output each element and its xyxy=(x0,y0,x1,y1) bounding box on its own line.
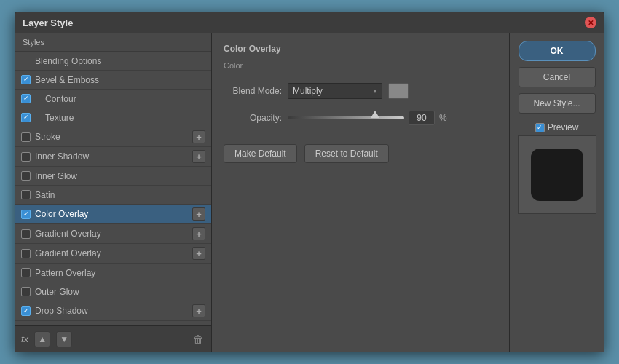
fx-label: fx xyxy=(21,333,28,344)
preview-checkbox[interactable] xyxy=(535,123,545,132)
sidebar-item-inner-glow[interactable]: Inner Glow xyxy=(15,167,211,186)
blend-mode-row: Blend Mode: Multiply Normal Screen Overl… xyxy=(224,83,497,99)
label-inner-shadow: Inner Shadow xyxy=(35,151,192,162)
add-btn-drop-shadow[interactable]: + xyxy=(192,304,205,317)
sidebar-item-pattern-overlay[interactable]: Pattern Overlay xyxy=(15,264,211,282)
label-bevel-emboss: Bevel & Emboss xyxy=(35,75,205,85)
checkbox-inner-glow[interactable] xyxy=(21,171,31,181)
left-panel: Styles Blending OptionsBevel & EmbossCon… xyxy=(15,33,212,352)
styles-list: Blending OptionsBevel & EmbossContourTex… xyxy=(15,52,211,325)
checkbox-color-overlay[interactable] xyxy=(21,210,31,219)
center-buttons: Make Default Reset to Default xyxy=(224,144,497,163)
make-default-button[interactable]: Make Default xyxy=(224,144,297,163)
opacity-unit: % xyxy=(439,113,447,123)
checkbox-outer-glow[interactable] xyxy=(21,287,31,296)
label-inner-glow: Inner Glow xyxy=(35,171,205,181)
label-gradient-overlay-1: Gradient Overlay xyxy=(35,229,192,239)
add-btn-inner-shadow[interactable]: + xyxy=(192,150,205,163)
label-stroke: Stroke xyxy=(35,132,192,142)
title-bar: Layer Style ✕ xyxy=(15,12,604,33)
opacity-row: Opacity: % xyxy=(224,111,497,125)
move-up-button[interactable]: ▲ xyxy=(34,331,50,347)
ok-button[interactable]: OK xyxy=(519,41,596,61)
checkbox-pattern-overlay[interactable] xyxy=(21,268,31,277)
opacity-input[interactable] xyxy=(409,111,435,125)
blend-mode-select[interactable]: Multiply Normal Screen Overlay xyxy=(288,83,382,99)
right-panel: OK Cancel New Style... Preview xyxy=(509,33,604,352)
preview-section: Preview xyxy=(518,122,596,214)
new-style-button[interactable]: New Style... xyxy=(519,93,596,114)
label-texture: Texture xyxy=(35,113,205,123)
color-swatch[interactable] xyxy=(388,83,409,99)
checkbox-gradient-overlay-2[interactable] xyxy=(21,249,31,258)
checkbox-satin[interactable] xyxy=(21,190,31,199)
blend-mode-label: Blend Mode: xyxy=(224,86,282,96)
layer-style-dialog: Layer Style ✕ Styles Blending OptionsBev… xyxy=(15,12,604,352)
section-subtitle: Color xyxy=(224,61,497,70)
checkbox-inner-shadow[interactable] xyxy=(21,152,31,162)
center-panel: Color Overlay Color Blend Mode: Multiply… xyxy=(212,33,509,352)
add-btn-color-overlay[interactable]: + xyxy=(192,207,205,221)
sidebar-item-inner-shadow[interactable]: Inner Shadow+ xyxy=(15,147,211,167)
label-satin: Satin xyxy=(35,190,205,200)
preview-canvas xyxy=(518,135,596,214)
opacity-slider-container: % xyxy=(288,111,497,125)
preview-label-row: Preview xyxy=(535,122,579,132)
sidebar-item-gradient-overlay-2[interactable]: Gradient Overlay+ xyxy=(15,244,211,264)
sidebar-item-contour[interactable]: Contour xyxy=(15,90,211,108)
preview-label: Preview xyxy=(548,122,579,132)
sidebar-item-blending-options[interactable]: Blending Options xyxy=(15,52,211,71)
checkbox-bevel-emboss[interactable] xyxy=(21,75,31,84)
dialog-body: Styles Blending OptionsBevel & EmbossCon… xyxy=(15,33,604,352)
delete-button[interactable]: 🗑 xyxy=(191,332,205,347)
sidebar-item-bevel-emboss[interactable]: Bevel & Emboss xyxy=(15,71,211,90)
left-footer: fx ▲ ▼ 🗑 xyxy=(15,325,211,352)
sidebar-item-drop-shadow[interactable]: Drop Shadow+ xyxy=(15,301,211,321)
blend-mode-select-wrapper: Multiply Normal Screen Overlay xyxy=(288,83,382,99)
section-title: Color Overlay xyxy=(224,44,497,54)
styles-header: Styles xyxy=(15,33,211,52)
label-pattern-overlay: Pattern Overlay xyxy=(35,268,205,278)
add-btn-gradient-overlay-1[interactable]: + xyxy=(192,227,205,240)
sidebar-item-texture[interactable]: Texture xyxy=(15,108,211,127)
checkbox-texture[interactable] xyxy=(21,113,31,122)
sidebar-item-stroke[interactable]: Stroke+ xyxy=(15,127,211,147)
dialog-title: Layer Style xyxy=(23,17,73,28)
add-btn-stroke[interactable]: + xyxy=(192,130,205,143)
label-color-overlay: Color Overlay xyxy=(35,209,192,219)
sidebar-item-gradient-overlay-1[interactable]: Gradient Overlay+ xyxy=(15,224,211,244)
sidebar-item-satin[interactable]: Satin xyxy=(15,186,211,205)
opacity-slider-track[interactable] xyxy=(288,116,404,119)
close-button[interactable]: ✕ xyxy=(585,17,596,28)
checkbox-contour[interactable] xyxy=(21,94,31,103)
add-btn-gradient-overlay-2[interactable]: + xyxy=(192,247,205,260)
move-down-button[interactable]: ▼ xyxy=(56,331,72,347)
sidebar-item-outer-glow[interactable]: Outer Glow xyxy=(15,282,211,301)
label-contour: Contour xyxy=(35,94,205,104)
checkbox-gradient-overlay-1[interactable] xyxy=(21,229,31,239)
checkbox-drop-shadow[interactable] xyxy=(21,306,31,316)
label-gradient-overlay-2: Gradient Overlay xyxy=(35,248,192,258)
preview-inner-shape xyxy=(531,149,583,201)
cancel-button[interactable]: Cancel xyxy=(519,67,596,87)
sidebar-item-color-overlay[interactable]: Color Overlay+ xyxy=(15,205,211,224)
checkbox-stroke[interactable] xyxy=(21,132,31,142)
reset-default-button[interactable]: Reset to Default xyxy=(304,144,389,163)
label-drop-shadow: Drop Shadow xyxy=(35,306,192,316)
label-blending-options: Blending Options xyxy=(35,56,205,66)
opacity-slider-thumb[interactable] xyxy=(371,111,379,118)
opacity-label: Opacity: xyxy=(224,113,282,123)
label-outer-glow: Outer Glow xyxy=(35,287,205,297)
